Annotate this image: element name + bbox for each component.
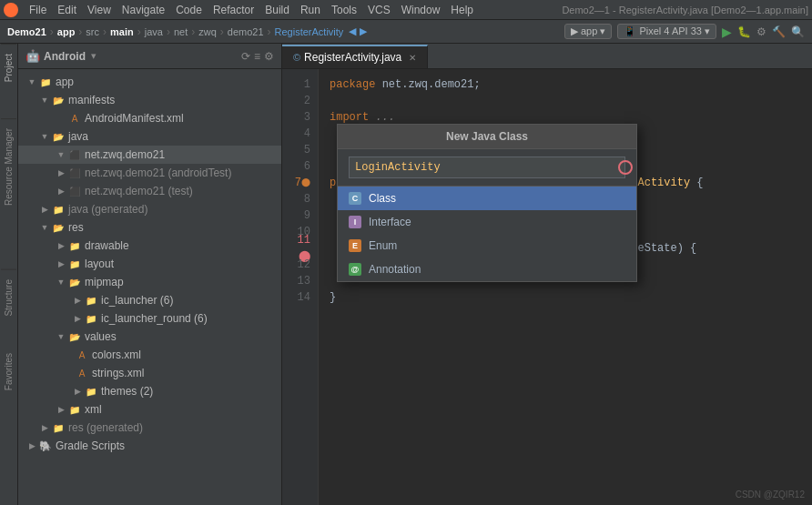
tree-item-java[interactable]: ▼ 📂 java [18, 127, 281, 146]
tree-item-ic-launcher[interactable]: ▶ 📁 ic_launcher (6) [18, 291, 281, 309]
tree-item-ic-launcher-round[interactable]: ▶ 📁 ic_launcher_round (6) [18, 309, 281, 328]
toolbar-right: ▶ app ▾ 📱 Pixel 4 API 33 ▾ ▶ 🐛 ⚙ 🔨 🔍 [564, 24, 805, 39]
folder-icon-app: 📁 [38, 75, 53, 89]
tree-label-res: res [68, 221, 84, 234]
breadcrumb-app[interactable]: app [57, 26, 76, 37]
tree-label-java-gen: java (generated) [68, 203, 147, 216]
breadcrumb-zwq[interactable]: zwq [198, 26, 217, 37]
enum-icon: E [349, 239, 361, 252]
tree-item-manifests[interactable]: ▼ 📂 manifests [18, 91, 281, 109]
tree-item-strings[interactable]: A strings.xml [18, 364, 281, 382]
breadcrumb-demo21-pkg[interactable]: demo21 [228, 26, 264, 37]
menu-window[interactable]: Window [396, 0, 446, 20]
tree-item-drawable[interactable]: ▶ 📁 drawable [18, 237, 281, 255]
panel-dropdown-arrow[interactable]: ▾ [91, 50, 96, 62]
menu-vcs[interactable]: VCS [362, 0, 396, 20]
editor-area: © RegisterActivity.java ✕ 1 2 3 4 5 6 7 … [282, 44, 812, 505]
tab-close-button[interactable]: ✕ [409, 53, 416, 63]
tree-item-res[interactable]: ▼ 📂 res [18, 218, 281, 237]
tree-arrow-manifests: ▼ [38, 94, 51, 106]
dialog-item-annotation[interactable]: @ Annotation [338, 258, 636, 281]
tree-item-nzd-test[interactable]: ▶ ⬛ net.zwq.demo21 (test) [18, 182, 281, 200]
class-name-input[interactable] [349, 157, 625, 178]
tab-label: RegisterActivity.java [304, 51, 401, 64]
tree-arrow-gradle: ▶ [25, 439, 38, 452]
tree-label-java: java [68, 130, 88, 143]
menu-run[interactable]: Run [295, 0, 326, 20]
settings-icon[interactable]: ⚙ [264, 50, 274, 63]
menu-build[interactable]: Build [259, 0, 295, 20]
tree-label-gradle: Gradle Scripts [56, 439, 125, 452]
breadcrumb-register-activity[interactable]: RegisterActivity [275, 26, 344, 37]
tree-item-res-gen[interactable]: ▶ 📁 res (generated) [18, 419, 281, 437]
tree-label-manifests: manifests [68, 94, 115, 106]
tab-register-activity[interactable]: © RegisterActivity.java ✕ [282, 45, 428, 68]
tree-arrow-nzd: ▼ [55, 148, 67, 161]
menu-tools[interactable]: Tools [326, 0, 362, 20]
breadcrumb-net[interactable]: net [174, 26, 188, 37]
android-icon: 🤖 [25, 49, 40, 63]
tree-label-nzd-test: net.zwq.demo21 (test) [85, 185, 193, 197]
tree-item-colors[interactable]: A colors.xml [18, 346, 281, 364]
tree-item-nzd-android[interactable]: ▶ ⬛ net.zwq.demo21 (androidTest) [18, 164, 281, 182]
breadcrumb-nav-back[interactable]: ◀ [349, 25, 356, 37]
breadcrumb-java[interactable]: java [145, 26, 163, 37]
menu-help[interactable]: Help [445, 0, 479, 20]
breadcrumb-src[interactable]: src [86, 26, 99, 37]
project-panel: 🤖 Android ▾ ⟳ ≡ ⚙ ▼ 📁 app ▼ 📂 manife [18, 44, 282, 505]
app-dropdown[interactable]: ▶ app ▾ [564, 24, 612, 39]
app-logo [4, 3, 18, 17]
search-everywhere[interactable]: 🔍 [791, 25, 805, 38]
project-tab[interactable]: Project [1, 44, 16, 91]
breadcrumb-main[interactable]: main [110, 26, 134, 37]
line-num-7: 7 ⬤ [282, 175, 318, 191]
folder-icon-res-gen: 📁 [51, 420, 66, 435]
favorites-tab[interactable]: Favorites [1, 344, 16, 399]
tree-item-nzd[interactable]: ▼ ⬛ net.zwq.demo21 [18, 146, 281, 164]
breadcrumb-demo21[interactable]: Demo21 [7, 26, 46, 37]
menu-code[interactable]: Code [170, 0, 208, 20]
breadcrumb-nav-fwd[interactable]: ▶ [360, 25, 367, 37]
menu-view[interactable]: View [82, 0, 117, 20]
code-line-1: package net.zwq.demo21; [330, 76, 801, 93]
tree-item-xml[interactable]: ▶ 📁 xml [18, 400, 281, 419]
attach-button[interactable]: ⚙ [756, 25, 766, 38]
device-dropdown[interactable]: 📱 Pixel 4 API 33 ▾ [617, 24, 716, 39]
dialog-input-area [338, 149, 636, 186]
folder-icon-java-gen: 📁 [51, 202, 66, 217]
tree-arrow-nzd-android: ▶ [55, 167, 67, 179]
tree-item-app[interactable]: ▼ 📁 app [18, 73, 281, 91]
line-num-6: 6 [282, 158, 318, 175]
sync-icon[interactable]: ⟳ [241, 50, 250, 63]
tree-item-values[interactable]: ▼ 📂 values [18, 328, 281, 346]
menu-navigate[interactable]: Navigate [117, 0, 170, 20]
tree-item-layout[interactable]: ▶ 📁 layout [18, 255, 281, 273]
menu-file[interactable]: File [24, 0, 52, 20]
dialog-item-class[interactable]: C Class [338, 187, 636, 210]
tree-arrow-xml: ▶ [55, 403, 67, 416]
tree-label-drawable: drawable [85, 239, 129, 252]
tree-item-gradle[interactable]: ▶ 🐘 Gradle Scripts [18, 437, 281, 455]
menu-refactor[interactable]: Refactor [208, 0, 259, 20]
collapse-icon[interactable]: ≡ [254, 50, 260, 63]
debug-button[interactable]: 🐛 [737, 25, 751, 38]
run-button[interactable]: ▶ [722, 25, 732, 39]
dialog-item-interface[interactable]: I Interface [338, 210, 636, 234]
new-java-class-dialog[interactable]: New Java Class C Class I [337, 124, 637, 282]
tree-arrow-res: ▼ [38, 221, 51, 234]
menu-edit[interactable]: Edit [52, 0, 82, 20]
folder-icon-xml: 📁 [67, 402, 82, 417]
dialog-item-interface-label: Interface [369, 216, 411, 228]
dialog-item-enum[interactable]: E Enum [338, 234, 636, 258]
tree-item-androidmanifest[interactable]: A AndroidManifest.xml [18, 109, 281, 127]
tree-arrow-drawable: ▶ [55, 239, 67, 252]
tree-item-themes[interactable]: ▶ 📁 themes (2) [18, 382, 281, 400]
tree-item-java-gen[interactable]: ▶ 📁 java (generated) [18, 200, 281, 218]
menubar: File Edit View Navigate Code Refactor Bu… [0, 0, 812, 20]
breadcrumb: Demo21 › app › src › main › java › net ›… [0, 20, 812, 44]
left-side-tabs: Project Resource Manager Structure Favor… [0, 44, 18, 505]
resource-manager-tab[interactable]: Resource Manager [1, 118, 16, 215]
tree-item-mipmap[interactable]: ▼ 📂 mipmap [18, 273, 281, 291]
build-button[interactable]: 🔨 [772, 25, 786, 38]
structure-tab[interactable]: Structure [1, 269, 16, 326]
